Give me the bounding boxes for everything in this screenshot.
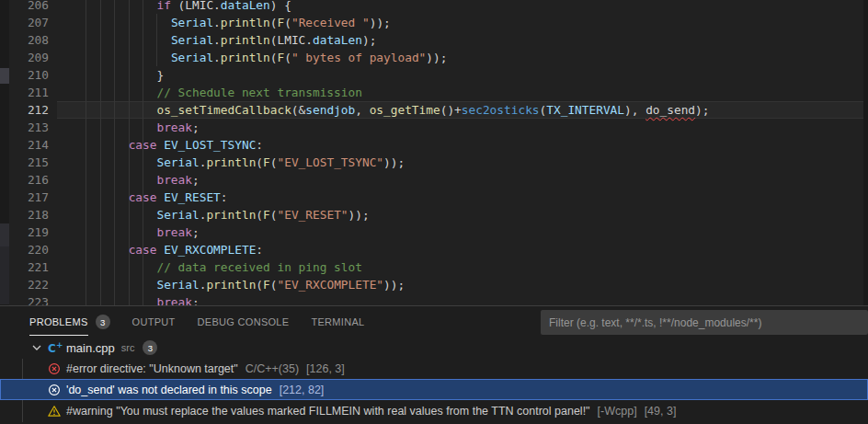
line-number[interactable]: 217 xyxy=(9,189,57,206)
vscode-window: 2062072082092102112122132142152162172182… xyxy=(0,0,868,424)
code-line[interactable]: case EV_RESET: xyxy=(72,189,868,206)
line-number[interactable]: 216 xyxy=(9,171,57,189)
tab-problems[interactable]: PROBLEMS 3 xyxy=(29,307,110,337)
line-number[interactable]: 211 xyxy=(9,84,57,101)
line-number[interactable]: 215 xyxy=(9,154,57,171)
line-number[interactable]: 221 xyxy=(9,258,57,276)
gutter-decoration xyxy=(0,223,9,246)
error-squiggle-token: do_send xyxy=(645,103,695,117)
code-line[interactable]: break; xyxy=(72,293,868,305)
code-line[interactable]: Serial.println(F("EV_RESET")); xyxy=(72,206,868,223)
problem-message: #warning "You must replace the values ma… xyxy=(66,405,590,418)
code-line[interactable]: Serial.println(F("EV_RXCOMPLETE")); xyxy=(72,276,868,293)
line-number[interactable]: 218 xyxy=(9,206,57,223)
file-directory: src xyxy=(121,342,135,353)
line-number[interactable]: 207 xyxy=(9,14,57,31)
problem-row[interactable]: #error directive: "Unknown target"C/C++(… xyxy=(0,358,868,379)
code-line[interactable]: break; xyxy=(72,119,868,136)
problem-position: [49, 3] xyxy=(645,405,677,418)
line-number[interactable]: 213 xyxy=(9,119,57,136)
svg-text:C: C xyxy=(48,342,56,355)
problem-source: C/C++(35) xyxy=(246,362,299,375)
line-number[interactable]: 209 xyxy=(9,49,57,66)
error-icon xyxy=(48,384,61,396)
problems-list: #error directive: "Unknown target"C/C++(… xyxy=(0,358,868,421)
editor-scrollbar[interactable] xyxy=(863,0,868,305)
left-edge-decoration xyxy=(0,0,9,305)
problems-filter-input[interactable] xyxy=(541,310,868,335)
code-line[interactable]: // data received in ping slot xyxy=(72,258,868,276)
error-icon xyxy=(48,362,61,375)
panel-tabs: PROBLEMS 3 OUTPUT DEBUG CONSOLE TERMINAL xyxy=(0,307,386,337)
problem-message: #error directive: "Unknown target" xyxy=(66,362,238,375)
tab-problems-label: PROBLEMS xyxy=(29,316,88,327)
problems-file-row[interactable]: C + main.cpp src 3 xyxy=(0,338,868,358)
tab-output[interactable]: OUTPUT xyxy=(132,307,176,337)
tab-output-label: OUTPUT xyxy=(132,316,176,327)
problem-message: 'do_send' was not declared in this scope xyxy=(66,384,272,396)
code-line[interactable]: os_setTimedCallback(&sendjob, os_getTime… xyxy=(72,101,868,119)
warning-icon xyxy=(48,405,61,418)
line-number[interactable]: 219 xyxy=(9,223,57,241)
problems-count-badge: 3 xyxy=(96,315,110,329)
code-lines[interactable]: if (LMIC.dataLen) { Serial.println(F("Re… xyxy=(57,0,868,305)
problem-source: [-Wcpp] xyxy=(598,405,637,418)
line-number[interactable]: 223 xyxy=(9,293,57,305)
code-line[interactable]: Serial.println(LMIC.dataLen); xyxy=(72,31,868,49)
tab-debug-console-label: DEBUG CONSOLE xyxy=(198,316,290,327)
editor-gutter[interactable]: 2062072082092102112122132142152162172182… xyxy=(9,0,57,305)
code-line[interactable]: case EV_LOST_TSYNC: xyxy=(72,136,868,154)
code-line[interactable]: if (LMIC.dataLen) { xyxy=(72,0,868,14)
code-line[interactable]: } xyxy=(72,66,868,84)
code-line[interactable]: break; xyxy=(72,171,868,189)
chevron-down-icon[interactable] xyxy=(31,342,44,353)
code-line[interactable]: Serial.println(F("EV_LOST_TSYNC")); xyxy=(72,154,868,171)
bottom-panel: PROBLEMS 3 OUTPUT DEBUG CONSOLE TERMINAL xyxy=(0,305,868,424)
svg-text:+: + xyxy=(56,340,63,350)
problem-row[interactable]: 'do_send' was not declared in this scope… xyxy=(0,379,868,400)
line-number[interactable]: 212 xyxy=(9,101,57,119)
tab-terminal[interactable]: TERMINAL xyxy=(311,307,364,337)
problem-position: [126, 3] xyxy=(306,362,345,375)
line-number[interactable]: 206 xyxy=(9,0,57,14)
problem-row[interactable]: #warning "You must replace the values ma… xyxy=(0,400,868,421)
line-number[interactable]: 222 xyxy=(9,276,57,293)
code-line[interactable]: Serial.println(F(" bytes of payload")); xyxy=(72,49,868,66)
line-number[interactable]: 220 xyxy=(9,241,57,258)
problems-tree: C + main.cpp src 3 #error directive: "Un… xyxy=(0,338,868,421)
code-line[interactable]: case EV_RXCOMPLETE: xyxy=(72,241,868,258)
line-number[interactable]: 214 xyxy=(9,136,57,154)
line-number[interactable]: 210 xyxy=(9,66,57,84)
code-line[interactable]: // Schedule next transmission xyxy=(72,84,868,101)
cpp-file-icon: C + xyxy=(47,340,63,355)
code-line[interactable]: break; xyxy=(72,223,868,241)
code-line[interactable]: Serial.println(F("Received ")); xyxy=(72,14,868,31)
gutter-decoration xyxy=(0,246,9,304)
line-number[interactable]: 208 xyxy=(9,31,57,49)
gutter-decoration xyxy=(0,68,9,84)
problem-position: [212, 82] xyxy=(280,384,325,396)
tab-terminal-label: TERMINAL xyxy=(311,316,364,327)
code-editor: 2062072082092102112122132142152162172182… xyxy=(0,0,868,305)
file-problems-count-badge: 3 xyxy=(143,340,157,355)
tab-debug-console[interactable]: DEBUG CONSOLE xyxy=(198,307,290,337)
file-name: main.cpp xyxy=(66,341,115,355)
